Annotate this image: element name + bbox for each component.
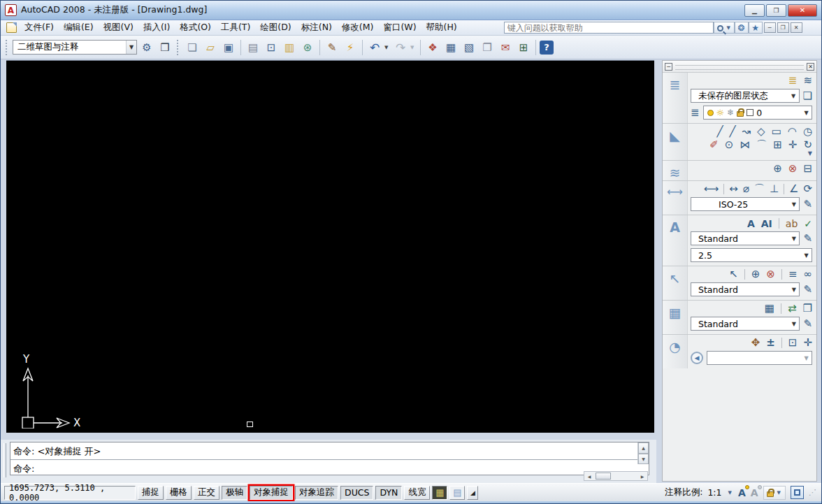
matchprop-button[interactable]: ✎ (324, 39, 340, 56)
layer-state-dropdown[interactable]: 未保存的图层状态 ▼ (691, 89, 800, 103)
menu-draw[interactable]: 绘图(D) (255, 20, 296, 35)
menu-help[interactable]: 帮助(H) (421, 20, 462, 35)
scroll-right-icon[interactable]: ▶ (637, 472, 647, 480)
dim-jogged-icon[interactable]: ⟳ (803, 184, 812, 194)
textstyle-edit-icon[interactable]: ✎ (803, 233, 812, 244)
polygon-icon[interactable]: ◇ (757, 127, 765, 137)
draw-panel-icon[interactable]: ◣ (663, 124, 688, 160)
mleader-add-icon[interactable]: ⊕ (751, 269, 760, 280)
nav-back-icon[interactable]: ◀ (691, 352, 703, 364)
circle-icon[interactable]: ◷ (803, 127, 812, 137)
new-button[interactable]: ❏ (184, 39, 201, 56)
layer-control-dropdown[interactable]: ☼ ❄ 0 ▼ (703, 106, 812, 120)
rectangle-icon[interactable]: ▭ (772, 127, 781, 137)
dim-linear-icon[interactable]: ⟷ (704, 184, 719, 194)
my-workspace-button[interactable]: ❒ (157, 39, 173, 56)
mleaderstyle-dropdown[interactable]: Standard ▼ (691, 282, 800, 296)
layer-vp-freeze-icon[interactable]: ❄ (727, 108, 734, 117)
layer-lock-icon[interactable] (737, 111, 744, 117)
dashboard-close-button[interactable]: ✕ (807, 63, 814, 71)
layer-color-swatch[interactable] (747, 109, 754, 116)
line-icon[interactable]: ╱ (716, 127, 723, 137)
command-vertical-scrollbar[interactable]: ▲ ▼ (637, 442, 649, 464)
toolpalettes-button[interactable]: ▧ (461, 39, 477, 56)
zoom-window-icon[interactable]: ⊡ (788, 338, 798, 348)
plot-button[interactable]: ▤ (245, 39, 261, 56)
tablestyle-dropdown[interactable]: Standard ▼ (691, 317, 800, 331)
mtext-icon[interactable]: A (747, 219, 755, 229)
mleader-icon[interactable]: ↖ (729, 269, 738, 280)
layer-states-manager-icon[interactable]: ❏ (803, 91, 812, 101)
dashboard-collapse-button[interactable]: − (665, 63, 672, 71)
layer-previous-icon[interactable]: ≣ (691, 108, 700, 118)
undo-dropdown-icon[interactable]: ▼ (384, 45, 391, 50)
move-icon[interactable]: ✛ (788, 140, 798, 150)
sheetset-button[interactable]: ❐ (479, 39, 496, 56)
annotation-scale-value[interactable]: 1:1 (707, 487, 721, 498)
toolbar-lock-button[interactable]: ▼ (763, 486, 786, 500)
scroll-left-icon[interactable]: ◀ (584, 472, 594, 480)
properties-button[interactable]: ❖ (424, 39, 441, 56)
mirror-icon[interactable]: ⋈ (740, 140, 750, 150)
menu-window[interactable]: 窗口(W) (378, 20, 421, 35)
scroll-up-icon[interactable]: ▲ (638, 442, 649, 454)
mdi-close-button[interactable]: ✕ (791, 22, 802, 33)
text-panel-icon[interactable]: A (663, 215, 688, 266)
drawing-canvas[interactable]: Y X (6, 60, 654, 433)
command-horizontal-scrollbar[interactable]: ◀ ▶ (584, 471, 648, 481)
mleaderstyle-edit-icon[interactable]: ✎ (803, 285, 812, 295)
drawing-file-icon[interactable] (6, 22, 17, 33)
polar-toggle[interactable]: 极轴 (222, 486, 247, 500)
lineweight-toggle[interactable]: 线宽 (404, 486, 430, 500)
dimstyle-dropdown[interactable]: ISO-25 ▼ (691, 197, 800, 211)
textstyle-dropdown[interactable]: Standard ▼ (691, 231, 800, 245)
construction-line-icon[interactable]: ╱ (729, 127, 735, 137)
sync-scale-icon[interactable]: ⊟ (803, 164, 812, 174)
dim-angular-icon[interactable]: ∠ (789, 184, 798, 194)
layer-thaw-sun-icon[interactable]: ☼ (716, 108, 725, 118)
model-paper-toggle-icon[interactable]: ◢ (467, 486, 478, 500)
text-find-icon[interactable]: ab (786, 219, 798, 229)
annotation-visibility-icon[interactable]: A (738, 487, 746, 498)
table-cell-icon[interactable]: ❐ (803, 303, 812, 314)
menu-insert[interactable]: 插入(I) (138, 20, 175, 35)
layer-properties-icon[interactable]: ≣ (788, 75, 798, 86)
grid-toggle[interactable]: 栅格 (166, 486, 192, 500)
arc-icon[interactable]: ◠ (788, 127, 797, 137)
dtext-icon[interactable]: AI (761, 219, 772, 229)
rotate-icon[interactable]: ↻ (803, 140, 812, 150)
tablestyle-edit-icon[interactable]: ✎ (803, 319, 812, 329)
menu-dimension[interactable]: 标注(N) (296, 20, 337, 35)
workspace-dropdown[interactable]: 二维草图与注释 ▼ (13, 40, 137, 55)
erase-icon[interactable]: ✐ (709, 140, 719, 150)
zoom-extents-icon[interactable]: ✛ (803, 338, 812, 348)
help-search-input[interactable] (504, 22, 714, 34)
quick-edit-button[interactable]: ⚡ (342, 39, 359, 56)
array-icon[interactable]: ⊞ (773, 140, 782, 150)
designcenter-button[interactable]: ▦ (442, 39, 459, 56)
coordinate-display[interactable]: 1695.7273, 5.3110 , 0.0000 (4, 486, 136, 500)
menu-tools[interactable]: 工具(T) (216, 20, 255, 35)
dim-aligned-icon[interactable]: ↔ (729, 184, 738, 194)
draw-panel-expand-icon[interactable]: ▼ (808, 150, 812, 157)
layers-panel-icon[interactable]: ≣ (663, 73, 688, 123)
search-button[interactable]: ▼ (714, 22, 735, 34)
help-button[interactable]: ? (540, 41, 554, 55)
toolbar-grip[interactable] (6, 40, 9, 55)
annotation-autoscale-icon[interactable]: A (751, 487, 758, 498)
annotation-scale-dropdown-icon[interactable]: ▼ (727, 490, 733, 496)
resize-grip-icon[interactable]: ⋰ (809, 488, 815, 497)
table-new-icon[interactable]: ▦ (765, 303, 774, 314)
mleader-collect-icon[interactable]: ∞ (804, 269, 813, 280)
command-text-area[interactable]: 命令: <对象捕捉 开> 命令: ▲ ▼ (10, 442, 649, 475)
dimensions-panel-icon[interactable]: ⟷ (663, 181, 688, 215)
menu-modify[interactable]: 修改(M) (337, 20, 379, 35)
model-space-button[interactable]: ▦ (432, 486, 447, 500)
pan-icon[interactable]: ✥ (751, 338, 760, 348)
dimstyle-edit-icon[interactable]: ✎ (803, 199, 812, 210)
redo-button[interactable]: ↷ (392, 39, 409, 56)
snap-toggle[interactable]: 捕捉 (138, 486, 164, 500)
plot-preview-button[interactable]: ⊡ (263, 39, 280, 56)
add-scale-icon[interactable]: ⊕ (773, 164, 782, 174)
quickcalc-button[interactable]: ⊞ (515, 39, 532, 56)
